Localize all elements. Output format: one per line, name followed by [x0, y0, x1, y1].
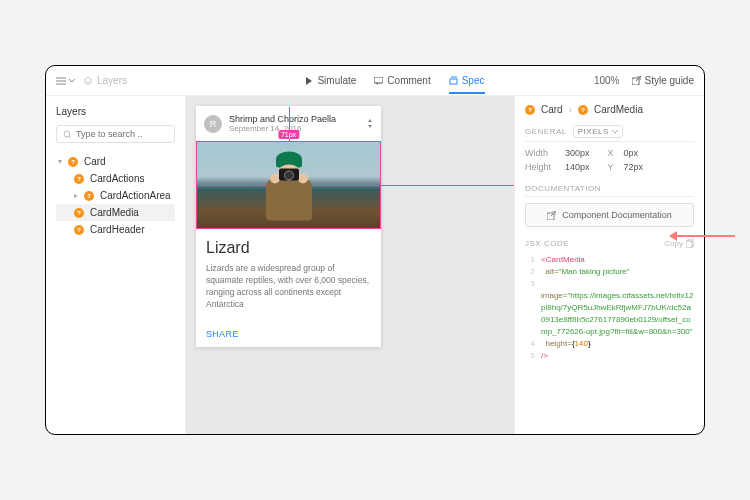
measure-tag: 71px	[278, 130, 299, 139]
share-button[interactable]: SHARE	[196, 321, 381, 347]
comment-icon	[374, 77, 383, 85]
style-guide-button[interactable]: Style guide	[632, 75, 694, 86]
tab-simulate[interactable]: Simulate	[305, 75, 356, 86]
section-jsx-code: JSX CODE	[525, 239, 569, 248]
card-title: Shrimp and Chorizo Paella	[229, 114, 361, 124]
x-label: X	[608, 148, 618, 158]
chevron-right-icon: ▸	[74, 191, 78, 200]
section-general: GENERAL	[525, 127, 567, 136]
component-icon: ?	[68, 157, 78, 167]
breadcrumb: ? Card › ? CardMedia	[525, 104, 694, 115]
inspector: ? Card › ? CardMedia GENERAL PIXELS Widt…	[514, 96, 704, 434]
component-icon: ?	[525, 105, 535, 115]
layers-toggle[interactable]: Layers	[83, 75, 127, 86]
svg-rect-7	[450, 79, 457, 84]
avatar: R	[204, 115, 222, 133]
breadcrumb-current: CardMedia	[594, 104, 643, 115]
svg-line-12	[69, 136, 71, 139]
component-icon: ?	[74, 225, 84, 235]
zoom-level[interactable]: 100%	[594, 75, 620, 86]
layers-icon	[83, 76, 93, 86]
spec-icon	[449, 76, 458, 85]
svg-marker-13	[368, 119, 372, 122]
search-input[interactable]	[76, 129, 168, 139]
chevron-down-icon	[612, 129, 618, 134]
breadcrumb-parent[interactable]: Card	[541, 104, 563, 115]
component-icon: ?	[84, 191, 94, 201]
external-icon	[632, 76, 641, 85]
y-value: 72px	[624, 162, 644, 172]
chevron-down-icon: ▾	[58, 157, 62, 166]
code-block[interactable]: 1<CardMedia 2 alt="Man taking picture" 3…	[525, 254, 694, 362]
media-image	[260, 151, 318, 221]
measure-ruler-h	[197, 185, 514, 186]
svg-rect-5	[374, 77, 383, 83]
tree-item-cardheader[interactable]: ? CardHeader	[56, 221, 175, 238]
svg-marker-3	[84, 77, 92, 83]
svg-marker-4	[306, 77, 312, 85]
topbar: Layers Simulate Comment Spec 100% Style …	[46, 66, 704, 96]
width-label: Width	[525, 148, 559, 158]
card-preview: R Shrimp and Chorizo Paella September 14…	[196, 106, 381, 347]
search-input-wrap[interactable]	[56, 125, 175, 143]
height-value: 140px	[565, 162, 590, 172]
chevron-right-icon: ›	[569, 104, 572, 115]
tab-spec[interactable]: Spec	[449, 75, 485, 94]
height-label: Height	[525, 162, 559, 172]
search-icon	[63, 130, 71, 139]
tree-item-cardactions[interactable]: ? CardActions	[56, 170, 175, 187]
y-label: Y	[608, 162, 618, 172]
section-documentation: DOCUMENTATION	[525, 184, 601, 193]
sidebar: Layers ▾ ? Card ? CardActions ▸ ? Ca	[46, 96, 186, 434]
external-icon	[547, 211, 556, 220]
play-icon	[305, 77, 313, 85]
tab-comment[interactable]: Comment	[374, 75, 430, 86]
card-media[interactable]: 71px	[196, 141, 381, 229]
component-documentation-button[interactable]: Component Documentation	[525, 203, 694, 227]
annotation-arrow	[675, 235, 735, 237]
units-select[interactable]: PIXELS	[573, 125, 623, 138]
layers-label: Layers	[97, 75, 127, 86]
x-value: 0px	[624, 148, 639, 158]
card-body-text: Lizards are a widespread group of squama…	[206, 263, 371, 311]
sidebar-title: Layers	[56, 106, 175, 117]
tree-item-card[interactable]: ▾ ? Card	[56, 153, 175, 170]
tree-item-cardactionarea[interactable]: ▸ ? CardActionArea	[56, 187, 175, 204]
component-icon: ?	[74, 174, 84, 184]
menu-icon[interactable]	[56, 77, 75, 85]
component-icon: ?	[578, 105, 588, 115]
svg-rect-18	[686, 241, 692, 248]
canvas[interactable]: R Shrimp and Chorizo Paella September 14…	[186, 96, 514, 434]
chevron-down-icon	[69, 78, 75, 84]
card-body-title: Lizard	[206, 239, 371, 257]
component-icon: ?	[74, 208, 84, 218]
tree-item-cardmedia[interactable]: ? CardMedia	[56, 204, 175, 221]
more-icon[interactable]	[368, 118, 373, 129]
svg-marker-14	[368, 125, 372, 128]
copy-icon	[686, 239, 694, 248]
width-value: 300px	[565, 148, 590, 158]
